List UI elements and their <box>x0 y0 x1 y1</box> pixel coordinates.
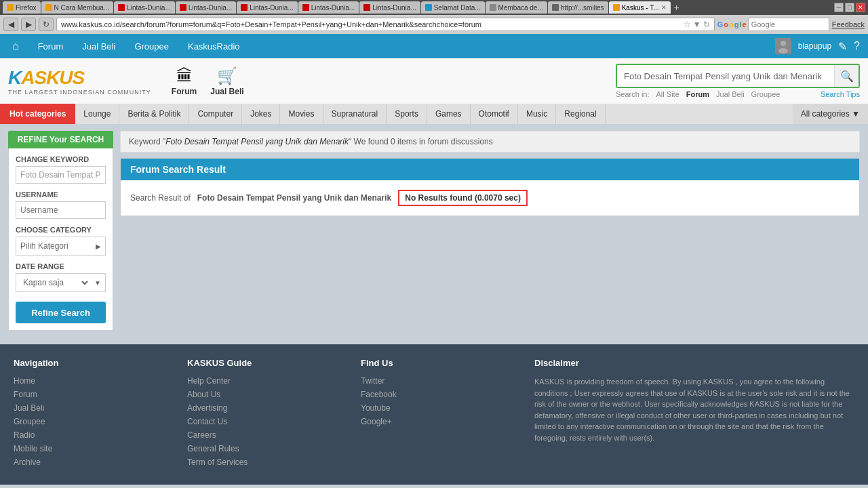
footer-link-radio[interactable]: Radio <box>14 430 174 440</box>
refresh-address-icon[interactable]: ↻ <box>703 20 710 29</box>
tab-kaskus[interactable]: Kaskus - T... ✕ <box>609 1 671 14</box>
cat-supranatural[interactable]: Supranatural <box>323 104 387 124</box>
footer-guide-col: KASKUS Guide Help Center About Us Advert… <box>187 358 347 471</box>
nav-kaskusradio[interactable]: KaskusRadio <box>184 39 244 54</box>
hot-categories-button[interactable]: Hot categories <box>0 104 75 124</box>
username-display: blapupup <box>798 41 831 51</box>
forward-button[interactable]: ▶ <box>21 18 36 31</box>
category-select[interactable]: Pilih Kategori <box>16 237 92 255</box>
menu-icon-forum[interactable]: 🏛 Forum <box>172 66 197 96</box>
cat-regional[interactable]: Regional <box>556 104 605 124</box>
content-area: REFINE Your SEARCH CHANGE KEYWORD USERNA… <box>0 124 868 338</box>
tab-2[interactable]: Lintas-Dunia... <box>114 1 174 14</box>
footer-link-youtube[interactable]: Youtube <box>361 403 521 413</box>
menu-icon-jualbeli[interactable]: 🛒 Jual Beli <box>210 66 243 96</box>
cat-music[interactable]: Music <box>518 104 556 124</box>
nav-home-button[interactable]: ⌂ <box>8 37 23 55</box>
search-option-jualbeli[interactable]: Jual Beli <box>716 90 745 98</box>
cat-otomotif[interactable]: Otomotif <box>471 104 518 124</box>
footer-link-facebook[interactable]: Facebook <box>361 390 521 399</box>
search-option-all[interactable]: All Site <box>656 90 679 98</box>
site-header-nav: ⌂ Forum Jual Beli Groupee KaskusRadio bl… <box>0 34 868 58</box>
footer-link-forum[interactable]: Forum <box>14 390 174 399</box>
footer-link-generalrules[interactable]: General Rules <box>187 444 347 453</box>
address-bar[interactable]: www.kaskus.co.id/search/forum?forum=foru… <box>56 18 715 31</box>
footer-link-googleplus[interactable]: Google+ <box>361 417 521 426</box>
nav-forum[interactable]: Forum <box>34 39 68 54</box>
cat-jokes[interactable]: Jokes <box>242 104 280 124</box>
footer-nav-title: Navigation <box>14 358 174 368</box>
footer-link-twitter[interactable]: Twitter <box>361 376 521 386</box>
footer-link-mobile[interactable]: Mobile site <box>14 444 174 453</box>
google-logo: Google <box>717 20 747 28</box>
nav-items: ⌂ Forum Jual Beli Groupee KaskusRadio <box>8 37 244 55</box>
tab-5[interactable]: Lintas-Dunia... <box>298 1 359 14</box>
browser-tabs: Firefox N Cara Membua... Lintas-Dunia...… <box>3 1 834 14</box>
main-search-input[interactable] <box>617 65 834 87</box>
cat-lounge[interactable]: Lounge <box>75 104 119 124</box>
feedback-button[interactable]: Feedback <box>832 20 865 28</box>
tab-6[interactable]: Lintas-Dunia... <box>359 1 420 14</box>
footer-link-home[interactable]: Home <box>14 376 174 386</box>
google-search-input[interactable] <box>748 18 829 31</box>
tab-9[interactable]: http://...smilies <box>548 1 608 14</box>
footer-nav-col: Navigation Home Forum Jual Beli Groupee … <box>14 358 174 471</box>
username-label: USERNAME <box>16 190 106 199</box>
back-button[interactable]: ◀ <box>3 18 18 31</box>
search-option-groupee[interactable]: Groupee <box>751 90 781 98</box>
tab-4[interactable]: Lintas-Dunia... <box>237 1 297 14</box>
tab-icon-7 <box>425 4 432 11</box>
forum-label: Forum <box>172 87 197 96</box>
maximize-button[interactable]: □ <box>845 3 854 12</box>
minimize-button[interactable]: ─ <box>834 3 844 12</box>
tab-8[interactable]: Membaca de... <box>486 1 547 14</box>
main-search-bar: 🔍 <box>616 64 860 88</box>
bookmark-icon[interactable]: ☆ <box>684 20 691 29</box>
search-tips-link[interactable]: Search Tips <box>821 90 860 98</box>
cat-sports[interactable]: Sports <box>387 104 427 124</box>
tab-firefox[interactable]: Firefox <box>3 1 41 14</box>
tab-7[interactable]: Selamat Data... <box>421 1 485 14</box>
tab-icon-6 <box>363 4 370 11</box>
keyword-label: CHANGE KEYWORD <box>16 155 106 163</box>
forum-result-body: Search Result of Foto Desain Tempat Pens… <box>121 180 859 216</box>
cat-games[interactable]: Games <box>427 104 471 124</box>
tab-1[interactable]: N Cara Membua... <box>41 1 114 14</box>
sidebar: REFINE Your SEARCH CHANGE KEYWORD USERNA… <box>8 131 113 331</box>
help-button[interactable]: ? <box>854 40 860 52</box>
footer-link-jualbeli[interactable]: Jual Beli <box>14 403 174 413</box>
address-icons: ☆ ▼ ↻ <box>684 20 710 29</box>
refine-body: CHANGE KEYWORD USERNAME CHOOSE CATEGORY … <box>8 148 113 331</box>
tab-close-icon[interactable]: ✕ <box>661 4 667 11</box>
tab-icon-kaskus <box>613 4 620 11</box>
date-select[interactable]: Kapan saja <box>16 274 90 291</box>
footer-link-groupee[interactable]: Groupee <box>14 417 174 426</box>
main-search-button[interactable]: 🔍 <box>834 65 859 87</box>
search-option-forum[interactable]: Forum <box>686 90 709 98</box>
close-button[interactable]: ✕ <box>856 3 865 12</box>
tab-icon-3 <box>180 4 186 11</box>
keyword-input[interactable] <box>16 166 106 184</box>
bookmark2-icon[interactable]: ▼ <box>693 20 701 29</box>
tab-3[interactable]: Lintas-Dunia... <box>176 1 236 14</box>
new-tab-button[interactable]: + <box>671 2 682 13</box>
footer-link-careers[interactable]: Careers <box>187 430 347 440</box>
jualbeli-icon: 🛒 <box>217 66 237 85</box>
cat-computer[interactable]: Computer <box>189 104 242 124</box>
edit-profile-button[interactable]: ✎ <box>838 40 847 53</box>
nav-jualbeli[interactable]: Jual Beli <box>78 39 119 54</box>
category-items: Lounge Berita & Politik Computer Jokes M… <box>75 104 792 124</box>
footer-link-helpcenter[interactable]: Help Center <box>187 376 347 386</box>
footer-link-advertising[interactable]: Advertising <box>187 403 347 413</box>
refine-search-button[interactable]: Refine Search <box>16 302 106 323</box>
footer-link-aboutus[interactable]: About Us <box>187 390 347 399</box>
nav-groupee[interactable]: Groupee <box>130 39 173 54</box>
username-input[interactable] <box>16 201 106 219</box>
cat-movies[interactable]: Movies <box>280 104 323 124</box>
cat-berita[interactable]: Berita & Politik <box>119 104 189 124</box>
all-categories-button[interactable]: All categories ▼ <box>793 104 868 124</box>
footer-link-tos[interactable]: Term of Services <box>187 458 347 467</box>
footer-link-contactus[interactable]: Contact Us <box>187 417 347 426</box>
footer-link-archive[interactable]: Archive <box>14 458 174 467</box>
refresh-button[interactable]: ↻ <box>39 18 54 31</box>
